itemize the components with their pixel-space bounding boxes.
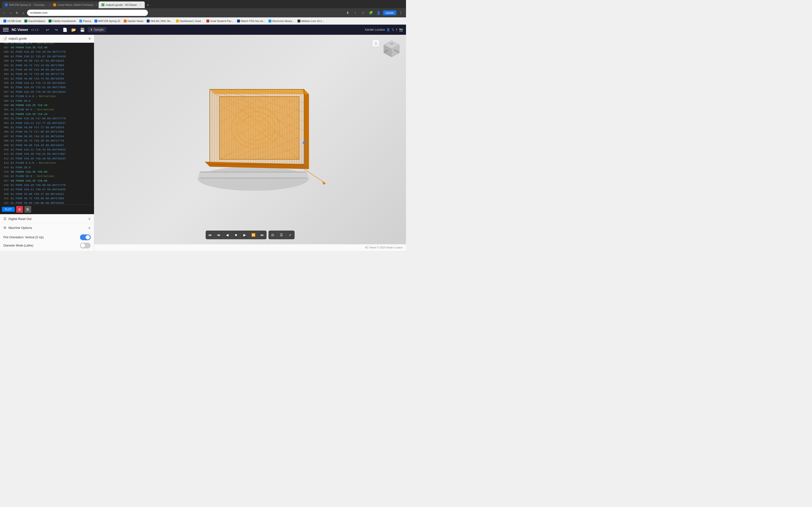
settings-button[interactable]: ⚙	[24, 206, 31, 213]
home-view-button[interactable]: ⌂	[372, 40, 379, 47]
bookmark-nhl[interactable]: NHL66 | NHL Str...	[145, 19, 174, 23]
gcode-line-412[interactable]: 412G1 F500 X10.35 Y18.10 E0.00718234	[0, 157, 94, 161]
step-forward-button[interactable]: ⏩	[249, 231, 258, 239]
tab-close-marlin[interactable]: ×	[95, 3, 98, 6]
bookmark-dashboard[interactable]: Dashboard | Grad...	[174, 19, 204, 23]
gcode-line-422[interactable]: 422G1 F500 X9.65 Y20.80 E0.00718234	[0, 201, 94, 204]
gcode-line-390[interactable]: 390G1 F500 X9.89 Y15.07 E0.00716523	[0, 59, 94, 63]
gcode-line-421[interactable]: 421G1 F500 X9.72 Y20.59 E0.00717065	[0, 196, 94, 201]
gcode-line-416[interactable]: 416G1 F1200 E6.0 ; Extraction	[0, 174, 94, 178]
gcode-line-409[interactable]: 409G1 F500 X9.89 Y18.43 E0.00716427	[0, 143, 94, 148]
tab-ncviewer[interactable]: output1.gcode - NCViewer ×	[99, 1, 145, 8]
view-list-button[interactable]: ☰	[277, 231, 286, 239]
stop-playback-button[interactable]: ■	[232, 231, 241, 239]
twitter-icon[interactable]: 𝕏	[392, 28, 394, 32]
gcode-line-392[interactable]: 392G1 F500 X9.65 Y15.40 E0.00718234	[0, 68, 94, 72]
file-panel-collapse-button[interactable]: ✕	[88, 37, 91, 41]
tab-close-ncviewer[interactable]: ×	[139, 3, 142, 6]
hamburger-button[interactable]	[3, 27, 9, 33]
gcode-line-398[interactable]: 398G1 F1200 E-6.0 ; Retraction	[0, 94, 94, 99]
gcode-line-391[interactable]: 391G1 F500 X9.72 Y15.19 E0.00717065	[0, 63, 94, 68]
bookmark-mat238[interactable]: MAT238 Spring 22	[93, 19, 122, 23]
home-nav-button[interactable]: ⌂	[21, 10, 26, 15]
gcode-line-393[interactable]: 393G1 F500 X9.72 Y15.60 E0.00717779	[0, 72, 94, 76]
gcode-line-395[interactable]: 395G1 F500 X10.11 Y15.73 E0.00716522	[0, 81, 94, 85]
address-input[interactable]	[27, 10, 148, 16]
gcode-line-389[interactable]: 389G1 F500 X10.11 Y15.07 E0.00716426	[0, 54, 94, 59]
gcode-line-396[interactable]: 396G1 F500 X10.28 Y15.61 E0.00717066	[0, 85, 94, 90]
forward-button[interactable]: →	[8, 10, 13, 15]
gcode-line-406[interactable]: 406G1 F500 X9.72 Y17.89 E0.00717066	[0, 130, 94, 134]
menu-icon[interactable]: ⋮	[397, 9, 404, 16]
bookmark-ucsb[interactable]: UCSB Gold	[2, 19, 22, 23]
play-forward-button[interactable]: ▶	[241, 231, 249, 239]
bookmark-psg[interactable]: Watch PSG live str...	[236, 19, 266, 23]
stop-button[interactable]: ⊘	[16, 206, 23, 213]
gcode-line-411[interactable]: 411G1 F500 X10.28 Y18.31 E0.00717067	[0, 152, 94, 156]
bookmark-hackernews[interactable]: Hacker News	[122, 19, 145, 23]
machine-options-section-header[interactable]: ⚙ Machine Options ∧	[0, 223, 94, 232]
gcode-line-397[interactable]: 397G1 F500 X10.35 Y15.40 E0.00718234	[0, 90, 94, 94]
update-button[interactable]: Update	[383, 10, 396, 15]
bookmark-electronic[interactable]: Electronic library...	[267, 19, 296, 23]
bookmark-fidelity[interactable]: Fidelity Investments	[47, 19, 77, 23]
view-tool-button[interactable]: ⚖	[268, 231, 277, 239]
skip-to-end-button[interactable]: ⏭	[258, 231, 266, 239]
step-back-button[interactable]: ⏮	[214, 231, 223, 239]
gcode-line-388[interactable]: 388G1 F500 X10.28 Y15.20 E0.00717779	[0, 50, 94, 54]
bookmark-gaucho[interactable]: GauchoSpace	[23, 19, 47, 23]
gcode-line-402[interactable]: 402G0 F9000 X10.35 Y18.10	[0, 112, 94, 116]
gcode-list[interactable]: 382G1 F500 X10.35 Y12.70 E0.00718234383G…	[0, 43, 94, 204]
gcode-line-399[interactable]: 399G1 F300 Z0.6	[0, 99, 94, 103]
gcode-line-414[interactable]: 414G1 F300 Z0.6	[0, 165, 94, 170]
gcode-line-408[interactable]: 408G1 F500 X9.72 Y18.30 E0.00717779	[0, 138, 94, 143]
instagram-icon[interactable]: 📷	[399, 28, 403, 32]
gcode-line-403[interactable]: 403G1 F500 X10.28 Y17.90 E0.00717779	[0, 116, 94, 121]
facebook-icon[interactable]: f	[396, 28, 397, 32]
download-icon[interactable]: ⬇	[344, 9, 351, 16]
gcode-line-417[interactable]: 417G0 F9000 X10.35 Y20.80	[0, 179, 94, 183]
skip-to-start-button[interactable]: ⏮	[206, 231, 214, 239]
reload-button[interactable]: ↻	[14, 10, 19, 15]
gcode-line-418[interactable]: 418G1 F500 X10.28 Y20.60 E0.00717779	[0, 183, 94, 187]
redo-button[interactable]: ↪	[53, 26, 60, 33]
gcode-line-386[interactable]: 386G1 F1200 E6.0 ; Extraction	[0, 43, 94, 45]
viewport-3d[interactable]: ⌂ TOP LEFT FRONT	[94, 35, 406, 244]
share-icon[interactable]: ↑	[352, 9, 359, 16]
back-button[interactable]: ←	[2, 10, 7, 15]
gcode-line-415[interactable]: 415G0 F9000 X10.35 Y20.80	[0, 170, 94, 174]
gcode-line-401[interactable]: 401G1 F1200 E6.0 ; Extraction	[0, 107, 94, 112]
account-icon[interactable]: 👤	[375, 9, 382, 16]
open-file-button[interactable]: 📂	[70, 26, 77, 33]
save-file-button[interactable]: 💾	[79, 26, 86, 33]
bookmark-grad[interactable]: Grad Student Pac...	[205, 19, 235, 23]
sample-button[interactable]: ⬇ Sample	[88, 27, 106, 32]
gcode-line-404[interactable]: 404G1 F500 X10.11 Y17.77 E0.00716427	[0, 121, 94, 125]
tab-marlin[interactable]: Linear Move | Marlin Firmware ×	[50, 1, 99, 8]
undo-button[interactable]: ↩	[44, 26, 51, 33]
gcode-line-400[interactable]: 400G0 F9000 X10.35 Y18.10	[0, 103, 94, 107]
gcode-line-407[interactable]: 407G1 F500 X9.65 Y18.10 E0.00718234	[0, 134, 94, 138]
new-file-button[interactable]: 📄	[62, 26, 68, 33]
bookmark-piazza[interactable]: Piazza	[78, 19, 93, 23]
tab-mat238[interactable]: MAT238 Spring 22 - Thursday... ×	[2, 1, 50, 8]
gcode-line-410[interactable]: 410G1 F500 X10.11 Y18.43 E0.00716522	[0, 148, 94, 152]
dro-section-header[interactable]: ☰ Digital Read Out ∨	[0, 214, 94, 223]
gcode-line-405[interactable]: 405G1 F500 X9.89 Y17.77 E0.00716523	[0, 125, 94, 130]
gcode-line-394[interactable]: 394G1 F500 X9.89 Y15.73 E0.00716426	[0, 76, 94, 81]
gcode-line-420[interactable]: 420G1 F500 X9.89 Y20.47 E0.00716522	[0, 192, 94, 196]
extensions-icon[interactable]: 🧩	[367, 9, 374, 16]
play-back-button[interactable]: ◀	[223, 231, 232, 239]
gcode-line-387[interactable]: 387G0 F9000 X10.35 Y15.40	[0, 45, 94, 50]
bookmark-ableton[interactable]: Ableton Live 10.1...	[296, 19, 325, 23]
orientation-toggle[interactable]	[80, 234, 91, 240]
new-tab-button[interactable]: +	[145, 2, 151, 8]
view-expand-button[interactable]: ⤢	[286, 231, 295, 239]
gcode-line-419[interactable]: 419G1 F500 X10.11 Y20.47 E0.00716425	[0, 187, 94, 192]
tab-close-mat238[interactable]: ×	[48, 3, 50, 6]
plot-button[interactable]: PLOT	[2, 207, 15, 212]
lathe-toggle[interactable]	[80, 243, 91, 248]
star-icon[interactable]: ☆	[360, 9, 367, 16]
gcode-line-413[interactable]: 413G1 F1200 E-6.0 ; Retraction	[0, 161, 94, 165]
navigation-cube[interactable]: TOP LEFT FRONT	[382, 40, 401, 59]
